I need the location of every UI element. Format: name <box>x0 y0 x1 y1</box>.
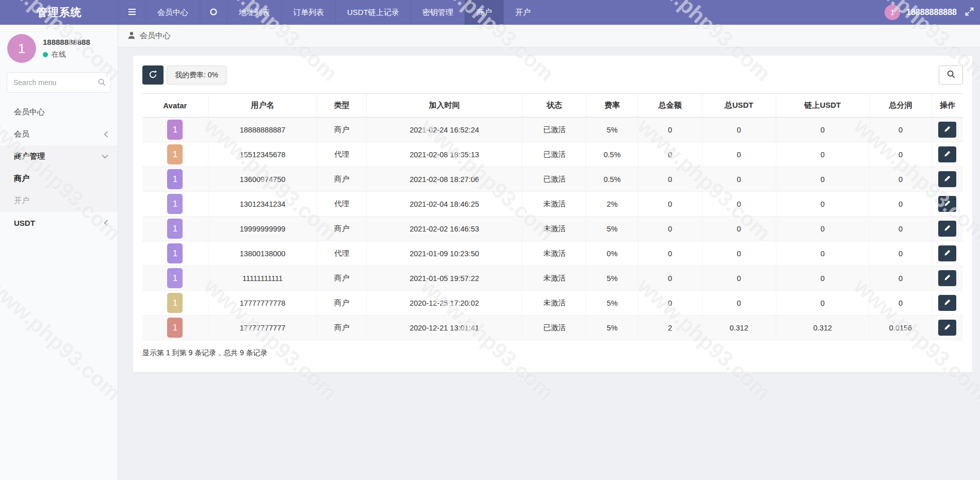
sidebar-item-merchant-management[interactable]: 商户管理 <box>0 145 118 168</box>
cell-type: 商户 <box>317 118 366 142</box>
cell-status: 已激活 <box>522 118 586 142</box>
sidebar-item-open-account[interactable]: 开户 <box>0 190 118 212</box>
cell-total-profit: 0 <box>870 192 932 217</box>
cell-join-time: 2021-01-09 10:23:50 <box>366 241 522 266</box>
sidebar: 1 18888888888 在线 会员中心 会员 商户管理 <box>0 25 118 480</box>
cell-type: 代理 <box>317 142 366 167</box>
sidebar-item-usdt[interactable]: USDT <box>0 212 118 234</box>
edit-button[interactable] <box>938 270 956 286</box>
nav-item-address-list[interactable]: 地址列表 <box>227 0 281 25</box>
row-avatar: 1 <box>167 169 183 189</box>
cell-join-time: 2021-02-08 18:35:13 <box>366 142 522 167</box>
nav-item-merchant[interactable]: 商户 <box>465 0 503 25</box>
cell-username: 15512345678 <box>208 142 317 167</box>
sidebar-item-member-center[interactable]: 会员中心 <box>0 101 118 123</box>
cell-rate: 5% <box>586 217 638 241</box>
row-avatar: 1 <box>167 243 183 263</box>
edit-button[interactable] <box>938 196 956 212</box>
content-card: 我的费率: 0% Avatar 用户名 类型 加入时间 状态 <box>133 56 972 372</box>
sidebar-user-avatar: 1 <box>7 34 36 63</box>
cell-status: 已激活 <box>522 316 586 340</box>
cell-join-time: 2020-12-25 17:20:02 <box>366 291 522 316</box>
fullscreen-button[interactable] <box>963 7 976 18</box>
menu-toggle-button[interactable] <box>118 0 145 25</box>
cell-total-usdt: 0 <box>702 266 776 291</box>
cell-total-profit: 0 <box>870 291 932 316</box>
sidebar-item-member[interactable]: 会员 <box>0 123 118 145</box>
sidebar-search-input[interactable] <box>7 72 111 93</box>
cell-total-profit: 0 <box>870 217 932 241</box>
cell-chain-usdt: 0 <box>776 241 869 266</box>
cell-chain-usdt: 0.312 <box>776 316 869 340</box>
cell-type: 代理 <box>317 241 366 266</box>
cell-total-amount: 0 <box>638 266 702 291</box>
sidebar-user-block: 1 18888888888 在线 <box>0 25 118 70</box>
navbar-user-phone: 18888888888 <box>906 8 957 17</box>
cell-total-profit: 0 <box>870 241 932 266</box>
edit-button[interactable] <box>938 320 956 336</box>
edit-button[interactable] <box>938 146 956 162</box>
cell-status: 未激活 <box>522 241 586 266</box>
edit-button[interactable] <box>938 245 956 261</box>
nav-item-open-account[interactable]: 开户 <box>503 0 542 25</box>
nav-item-usdt-chain-records[interactable]: USDT链上记录 <box>335 0 411 25</box>
cell-username: 13800138000 <box>208 241 317 266</box>
nav-item-member-center[interactable]: 会员中心 <box>145 0 200 25</box>
edit-button[interactable] <box>938 171 956 187</box>
cell-join-time: 2021-02-08 18:27:06 <box>366 167 522 192</box>
table-row: 1 17777777777 商户 2020-12-21 13:01:41 已激活… <box>142 316 963 340</box>
cell-total-profit: 0 <box>870 118 932 142</box>
cell-total-amount: 0 <box>638 217 702 241</box>
cell-username: 17777777777 <box>208 316 317 340</box>
sidebar-item-merchant[interactable]: 商户 <box>0 168 118 190</box>
pencil-icon <box>944 249 951 258</box>
cell-status: 已激活 <box>522 167 586 192</box>
search-icon <box>947 70 955 80</box>
edit-button[interactable] <box>938 221 956 237</box>
table-row: 1 19999999999 商户 2021-02-02 16:46:53 未激活… <box>142 217 963 241</box>
cell-username: 19999999999 <box>208 217 317 241</box>
row-avatar: 1 <box>167 144 183 164</box>
fullscreen-icon <box>965 7 974 18</box>
nav-circle-button[interactable] <box>200 0 227 25</box>
table-row: 1 18888888887 商户 2021-02-24 16:52:24 已激活… <box>142 118 963 142</box>
table-row: 1 15512345678 代理 2021-02-08 18:35:13 已激活… <box>142 142 963 167</box>
cell-join-time: 2021-02-02 16:46:53 <box>366 217 522 241</box>
edit-button[interactable] <box>938 122 956 138</box>
col-header-total-profit: 总分润 <box>870 94 932 118</box>
cell-username: 13600974750 <box>208 167 317 192</box>
main-content: 会员中心 我的费率: 0% Avat <box>118 25 980 480</box>
cell-chain-usdt: 0 <box>776 291 869 316</box>
sidebar-item-label: 会员中心 <box>14 107 45 117</box>
nav-item-key-management[interactable]: 密钥管理 <box>411 0 465 25</box>
cell-join-time: 2021-01-05 19:57:22 <box>366 266 522 291</box>
cell-total-profit: 0 <box>870 266 932 291</box>
cell-total-usdt: 0 <box>702 167 776 192</box>
pencil-icon <box>944 323 951 332</box>
my-rate-button[interactable]: 我的费率: 0% <box>167 65 226 85</box>
col-header-chain-usdt: 链上USDT <box>776 94 869 118</box>
pencil-icon <box>944 125 951 134</box>
breadcrumb-label: 会员中心 <box>140 31 171 41</box>
row-avatar: 1 <box>167 120 183 140</box>
person-icon <box>128 31 135 41</box>
nav-item-order-list[interactable]: 订单列表 <box>281 0 335 25</box>
col-header-rate: 费率 <box>586 94 638 118</box>
cell-rate: 2% <box>586 192 638 217</box>
circle-icon <box>209 8 218 18</box>
row-avatar: 1 <box>167 318 183 338</box>
cell-username: 11111111111 <box>208 266 317 291</box>
record-count-summary: 显示第 1 到第 9 条记录，总共 9 条记录 <box>142 349 963 358</box>
chevron-down-icon <box>102 154 108 159</box>
cell-rate: 5% <box>586 291 638 316</box>
table-row: 1 13600974750 商户 2021-02-08 18:27:06 已激活… <box>142 167 963 192</box>
edit-button[interactable] <box>938 295 956 311</box>
cell-total-usdt: 0 <box>702 118 776 142</box>
cell-rate: 0.5% <box>586 167 638 192</box>
table-search-button[interactable] <box>939 65 963 85</box>
cell-status: 未激活 <box>522 291 586 316</box>
navbar-user-area[interactable]: 1 18888888888 <box>885 0 980 25</box>
col-header-avatar: Avatar <box>142 94 208 118</box>
refresh-button[interactable] <box>142 65 164 85</box>
sidebar-item-label: 商户 <box>14 174 29 184</box>
